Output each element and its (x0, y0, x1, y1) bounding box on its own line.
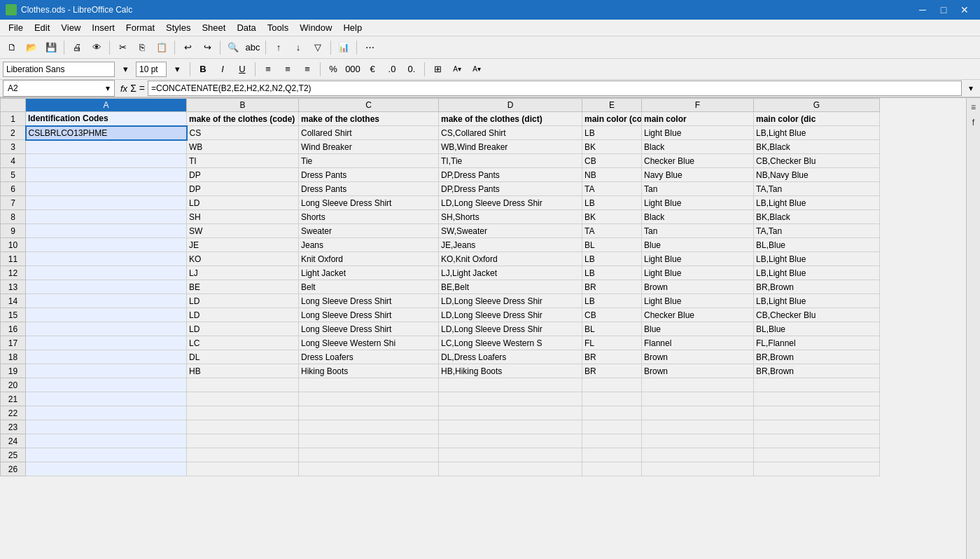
cell[interactable]: KO,Knit Oxford (439, 252, 582, 266)
cell[interactable]: BR (582, 280, 642, 294)
cell[interactable] (299, 406, 439, 420)
find-button[interactable]: 🔍 (224, 39, 242, 57)
cell[interactable] (754, 420, 880, 434)
cell[interactable] (754, 378, 880, 392)
cell[interactable] (26, 462, 187, 476)
cell[interactable]: Blue (642, 322, 754, 336)
cell[interactable] (754, 392, 880, 406)
cell[interactable]: TI (187, 154, 299, 168)
cell[interactable]: DP (187, 182, 299, 196)
row-number[interactable]: 10 (1, 238, 26, 252)
cell[interactable]: Navy Blue (642, 168, 754, 182)
cell[interactable]: main color (dic (754, 112, 880, 126)
cell[interactable] (26, 336, 187, 350)
menu-file[interactable]: File (3, 21, 29, 34)
cell[interactable]: CB,Checker Blu (754, 308, 880, 322)
cell[interactable] (26, 294, 187, 308)
cell[interactable]: LC (187, 336, 299, 350)
col-header-c[interactable]: C (299, 99, 439, 112)
cell[interactable] (299, 462, 439, 476)
menu-styles[interactable]: Styles (160, 21, 196, 34)
cell[interactable]: Light Blue (642, 196, 754, 210)
cell[interactable]: WB (187, 140, 299, 154)
cell[interactable]: Long Sleeve Dress Shirt (299, 308, 439, 322)
cell[interactable]: LD (187, 294, 299, 308)
cell[interactable]: SW,Sweater (439, 224, 582, 238)
cell[interactable] (582, 392, 642, 406)
row-number[interactable]: 19 (1, 364, 26, 378)
cell[interactable]: BE,Belt (439, 280, 582, 294)
cell[interactable]: JE (187, 238, 299, 252)
cell[interactable] (642, 406, 754, 420)
cell[interactable] (754, 434, 880, 448)
menu-help[interactable]: Help (337, 21, 368, 34)
row-number[interactable]: 1 (1, 112, 26, 126)
col-header-d[interactable]: D (439, 99, 582, 112)
decrease-decimal-button[interactable]: 0. (402, 62, 421, 77)
cell[interactable]: Identification Codes (26, 112, 187, 126)
cell[interactable] (26, 238, 187, 252)
cell[interactable]: NB,Navy Blue (754, 168, 880, 182)
align-left-button[interactable]: ≡ (259, 62, 277, 77)
fx-icon[interactable]: fx (120, 83, 127, 94)
cell[interactable]: TA (582, 182, 642, 196)
cell[interactable] (187, 434, 299, 448)
cell[interactable]: LJ,Light Jacket (439, 266, 582, 280)
row-number[interactable]: 13 (1, 280, 26, 294)
cell[interactable]: Brown (642, 280, 754, 294)
cell[interactable] (187, 392, 299, 406)
cell[interactable] (439, 420, 582, 434)
cell[interactable]: CS,Collared Shirt (439, 126, 582, 140)
cell[interactable]: Long Sleeve Dress Shirt (299, 294, 439, 308)
cell[interactable] (26, 266, 187, 280)
cell[interactable]: Light Blue (642, 266, 754, 280)
cell[interactable]: Long Sleeve Western Shi (299, 336, 439, 350)
cell[interactable]: HB (187, 364, 299, 378)
cell[interactable]: Knit Oxford (299, 252, 439, 266)
row-number[interactable]: 4 (1, 154, 26, 168)
cell[interactable] (26, 140, 187, 154)
cell[interactable]: DP (187, 168, 299, 182)
cell[interactable]: CB (582, 308, 642, 322)
cell[interactable] (754, 448, 880, 462)
preview-button[interactable]: 👁 (88, 39, 106, 57)
sigma-icon[interactable]: Σ (130, 83, 136, 94)
cell[interactable] (582, 434, 642, 448)
cell[interactable] (26, 434, 187, 448)
cell[interactable]: BK,Black (754, 140, 880, 154)
cell[interactable]: SW (187, 224, 299, 238)
cell[interactable]: Flannel (642, 336, 754, 350)
undo-button[interactable]: ↩ (178, 39, 197, 57)
cell[interactable] (26, 364, 187, 378)
row-number[interactable]: 8 (1, 210, 26, 224)
cell[interactable]: make of the clothes (299, 112, 439, 126)
cell[interactable] (642, 462, 754, 476)
cell[interactable] (439, 462, 582, 476)
cell[interactable]: Shorts (299, 210, 439, 224)
cell[interactable]: LB,Light Blue (754, 196, 880, 210)
cell[interactable] (26, 280, 187, 294)
cell[interactable]: LJ (187, 266, 299, 280)
cell[interactable]: HB,Hiking Boots (439, 364, 582, 378)
cell[interactable]: LD,Long Sleeve Dress Shir (439, 294, 582, 308)
cell[interactable]: DL (187, 350, 299, 364)
cell[interactable] (754, 462, 880, 476)
cell[interactable] (642, 448, 754, 462)
cell[interactable] (26, 406, 187, 420)
cell[interactable]: Black (642, 210, 754, 224)
cell[interactable]: Wind Breaker (299, 140, 439, 154)
cell[interactable]: LD (187, 196, 299, 210)
cell[interactable]: make of the clothes (code) (187, 112, 299, 126)
thousands-button[interactable]: 000 (344, 62, 362, 77)
cell[interactable]: BR (582, 350, 642, 364)
cell[interactable]: BK (582, 140, 642, 154)
more-button[interactable]: ⋯ (360, 39, 379, 57)
cell[interactable]: Blue (642, 238, 754, 252)
row-number[interactable]: 16 (1, 322, 26, 336)
formula-input[interactable]: =CONCATENATE(B2,E2,H2,K2,N2,Q2,T2) (148, 81, 962, 96)
cell[interactable]: LD,Long Sleeve Dress Shir (439, 322, 582, 336)
col-header-a[interactable]: A (26, 99, 187, 112)
cell[interactable]: make of the clothes (dict) (439, 112, 582, 126)
row-number[interactable]: 21 (1, 392, 26, 406)
cell-reference-box[interactable]: A2 ▾ (3, 80, 115, 97)
